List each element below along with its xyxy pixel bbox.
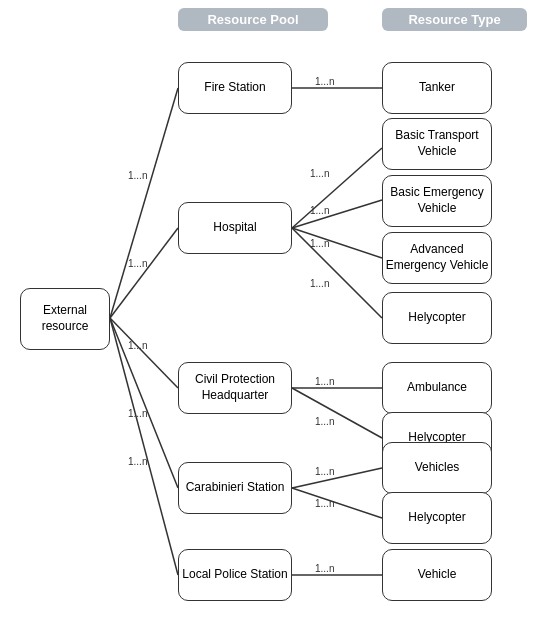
edge-label-hosp-ae: 1...n bbox=[310, 238, 329, 249]
resource-pool-header: Resource Pool bbox=[178, 8, 328, 31]
hospital-node: Hospital bbox=[178, 202, 292, 254]
svg-line-8 bbox=[292, 228, 382, 258]
edge-label-car-veh: 1...n bbox=[315, 466, 334, 477]
edge-label-pol-veh: 1...n bbox=[315, 563, 334, 574]
edge-label-ext-pol: 1...n bbox=[128, 456, 147, 467]
advanced-emergency-node: Advanced Emergency Vehicle bbox=[382, 232, 492, 284]
svg-line-13 bbox=[292, 488, 382, 518]
edge-label-ext-car: 1...n bbox=[128, 408, 147, 419]
tanker-node: Tanker bbox=[382, 62, 492, 114]
ambulance-node: Ambulance bbox=[382, 362, 492, 414]
vehicles-node: Vehicles bbox=[382, 442, 492, 494]
edge-label-hosp-hel: 1...n bbox=[310, 278, 329, 289]
helycopter1-node: Helycopter bbox=[382, 292, 492, 344]
svg-line-12 bbox=[292, 468, 382, 488]
svg-line-6 bbox=[292, 148, 382, 228]
vehicle-node: Vehicle bbox=[382, 549, 492, 601]
edge-label-fire-tanker: 1...n bbox=[315, 76, 334, 87]
svg-line-9 bbox=[292, 228, 382, 318]
fire-station-node: Fire Station bbox=[178, 62, 292, 114]
edge-label-hosp-bt: 1...n bbox=[310, 168, 329, 179]
edge-label-ext-hosp: 1...n bbox=[128, 258, 147, 269]
basic-transport-node: Basic Transport Vehicle bbox=[382, 118, 492, 170]
edge-label-hosp-be: 1...n bbox=[310, 205, 329, 216]
civil-protection-node: Civil Protection Headquarter bbox=[178, 362, 292, 414]
svg-line-2 bbox=[110, 318, 178, 388]
local-police-node: Local Police Station bbox=[178, 549, 292, 601]
edge-label-civil-amb: 1...n bbox=[315, 376, 334, 387]
svg-line-7 bbox=[292, 200, 382, 228]
edge-label-civil-hel: 1...n bbox=[315, 416, 334, 427]
svg-line-11 bbox=[292, 388, 382, 438]
svg-line-0 bbox=[110, 88, 178, 318]
carabinieri-node: Carabinieri Station bbox=[178, 462, 292, 514]
external-resource-node: External resource bbox=[20, 288, 110, 350]
helycopter3-node: Helycopter bbox=[382, 492, 492, 544]
edge-label-car-hel: 1...n bbox=[315, 498, 334, 509]
resource-type-header: Resource Type bbox=[382, 8, 527, 31]
basic-emergency-node: Basic Emergency Vehicle bbox=[382, 175, 492, 227]
edge-label-ext-civil: 1...n bbox=[128, 340, 147, 351]
svg-line-1 bbox=[110, 228, 178, 318]
edge-label-ext-fire: 1...n bbox=[128, 170, 147, 181]
svg-line-4 bbox=[110, 318, 178, 575]
diagram: Resource Pool Resource Type bbox=[0, 0, 536, 637]
